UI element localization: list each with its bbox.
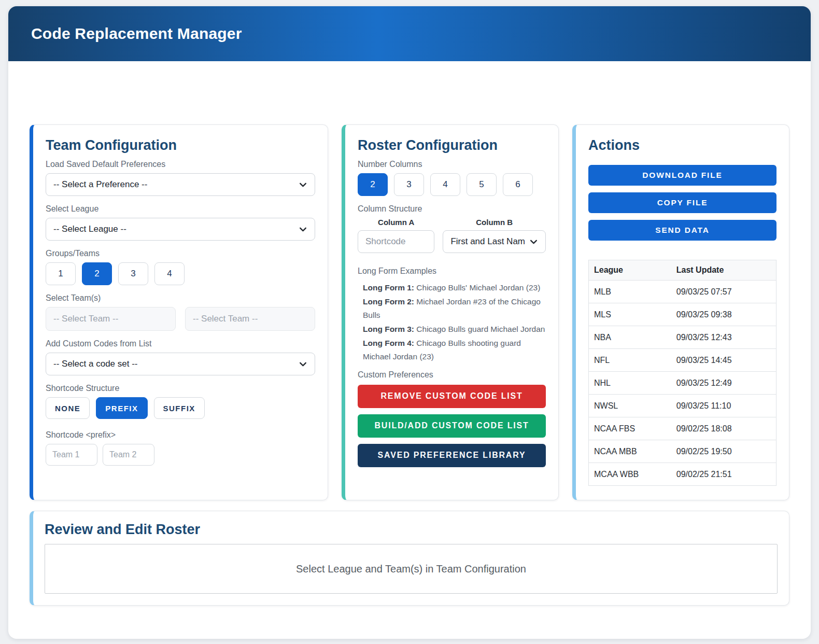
shortcode-structure-label: Shortcode Structure: [46, 384, 315, 393]
last-update-cell: 09/03/25 07:57: [671, 281, 776, 303]
last-update-cell: 09/03/25 11:10: [671, 395, 776, 417]
table-row: MLB09/03/25 07:57: [589, 281, 776, 303]
column-a-label: Column A: [358, 218, 434, 227]
long-form-example-4: Long Form 4: Chicago Bulls shooting guar…: [363, 337, 546, 364]
long-form-3-label: Long Form 3:: [363, 325, 414, 333]
team-1-select[interactable]: [46, 307, 176, 331]
columns-count-button-5[interactable]: 5: [467, 173, 497, 196]
team-configuration-panel: Team Configuration Load Saved Default Pr…: [30, 124, 328, 500]
groups-count-button-4[interactable]: 4: [154, 262, 185, 285]
team-configuration-title: Team Configuration: [46, 137, 315, 153]
roster-empty-state: Select League and Team(s) in Team Config…: [45, 544, 778, 594]
app-header: Code Replacement Manager: [8, 6, 811, 61]
groups-count-button-2-selected[interactable]: 2: [82, 262, 112, 285]
download-file-button[interactable]: DOWNLOAD FILE: [588, 165, 776, 186]
groups-count-button-3[interactable]: 3: [118, 262, 148, 285]
table-row: NCAA MBB09/02/25 19:50: [589, 440, 776, 463]
app-window: Code Replacement Manager Team Configurat…: [8, 6, 811, 639]
column-b-select[interactable]: First and Last Nam: [443, 230, 546, 253]
number-columns-label: Number Columns: [358, 160, 546, 169]
chevron-down-icon: [299, 360, 307, 369]
code-set-select-value: -- Select a code set --: [53, 359, 138, 369]
review-edit-roster-panel: Review and Edit Roster Select League and…: [30, 511, 789, 606]
copy-file-button[interactable]: COPY FILE: [588, 192, 776, 213]
last-update-column-header: Last Update: [671, 260, 776, 281]
table-row: NHL09/03/25 12:49: [589, 372, 776, 395]
league-cell: NCAA FBS: [589, 417, 671, 440]
structure-suffix-button[interactable]: SUFFIX: [154, 397, 205, 419]
last-update-cell: 09/03/25 14:45: [671, 349, 776, 372]
league-cell: NCAA MBB: [589, 440, 671, 463]
actions-title: Actions: [588, 137, 776, 153]
chevron-down-icon: [299, 180, 307, 189]
build-add-custom-code-list-button[interactable]: BUILD/ADD CUSTOM CODE LIST: [358, 414, 546, 438]
groups-count-button-1[interactable]: 1: [46, 262, 76, 285]
long-form-3-text: Chicago Bulls guard Michael Jordan: [416, 325, 545, 333]
prefix-team-2-input[interactable]: [103, 444, 154, 466]
columns-count-button-6[interactable]: 6: [503, 173, 533, 196]
groups-teams-label: Groups/Teams: [46, 249, 315, 258]
last-update-cell: 09/02/25 18:08: [671, 417, 776, 440]
roster-configuration-panel: Roster Configuration Number Columns 2 3 …: [342, 124, 559, 500]
table-header-row: League Last Update: [589, 260, 776, 281]
select-teams-label: Select Team(s): [46, 293, 315, 303]
shortcode-structure-button-group: NONE PREFIX SUFFIX: [46, 397, 315, 419]
structure-prefix-button-selected[interactable]: PREFIX: [96, 397, 147, 419]
team-selects-row: [46, 307, 315, 331]
table-row: NFL09/03/25 14:45: [589, 349, 776, 372]
column-structure-label: Column Structure: [358, 204, 546, 214]
send-data-button[interactable]: SEND DATA: [588, 220, 776, 241]
review-edit-roster-title: Review and Edit Roster: [45, 522, 778, 538]
roster-empty-message: Select League and Team(s) in Team Config…: [296, 563, 526, 575]
long-form-examples-list: Long Form 1: Chicago Bulls' Michael Jord…: [363, 281, 546, 364]
league-select[interactable]: -- Select League --: [46, 218, 315, 241]
column-a-input[interactable]: [358, 230, 434, 253]
config-cards-row: Team Configuration Load Saved Default Pr…: [30, 124, 789, 500]
table-row: NBA09/03/25 12:43: [589, 326, 776, 349]
remove-custom-code-list-button[interactable]: REMOVE CUSTOM CODE LIST: [358, 385, 546, 408]
number-columns-button-group: 2 3 4 5 6: [358, 173, 546, 196]
table-row: NCAA FBS09/02/25 18:08: [589, 417, 776, 440]
league-cell: NFL: [589, 349, 671, 372]
page-title: Code Replacement Manager: [31, 25, 242, 43]
league-cell: MLB: [589, 281, 671, 303]
prefix-inputs-row: [46, 444, 315, 466]
last-update-cell: 09/02/25 19:50: [671, 440, 776, 463]
table-row: NWSL09/03/25 11:10: [589, 395, 776, 417]
league-cell: MCAA WBB: [589, 463, 671, 486]
table-row: MCAA WBB09/02/25 21:51: [589, 463, 776, 486]
chevron-down-icon: [299, 225, 307, 234]
team-2-select[interactable]: [185, 307, 315, 331]
league-cell: NWSL: [589, 395, 671, 417]
custom-codes-label: Add Custom Codes from List: [46, 339, 315, 348]
saved-preference-library-button[interactable]: SAVED PREFERENCE LIBRARY: [358, 444, 546, 467]
league-cell: NBA: [589, 326, 671, 349]
last-update-cell: 09/03/25 09:38: [671, 303, 776, 326]
groups-teams-button-group: 1 2 3 4: [46, 262, 315, 285]
columns-count-button-3[interactable]: 3: [394, 173, 424, 196]
league-cell: MLS: [589, 303, 671, 326]
actions-panel: Actions DOWNLOAD FILE COPY FILE SEND DAT…: [572, 124, 789, 500]
long-form-example-2: Long Form 2: Michael Jordan #23 of the C…: [363, 295, 546, 323]
column-a-group: Column A: [358, 218, 434, 253]
league-cell: NHL: [589, 372, 671, 395]
chevron-down-icon: [529, 237, 538, 246]
preference-select[interactable]: -- Select a Preference --: [46, 173, 315, 196]
select-league-label: Select League: [46, 204, 315, 214]
prefix-team-1-input[interactable]: [46, 444, 97, 466]
last-update-cell: 09/02/25 21:51: [671, 463, 776, 486]
long-form-1-label: Long Form 1:: [363, 283, 414, 292]
column-b-label: Column B: [443, 218, 546, 227]
league-column-header: League: [589, 260, 671, 281]
preference-select-value: -- Select a Preference --: [53, 179, 147, 190]
league-select-value: -- Select League --: [53, 224, 126, 234]
columns-count-button-4[interactable]: 4: [430, 173, 460, 196]
column-b-group: Column B First and Last Nam: [443, 218, 546, 253]
long-form-examples-label: Long Form Examples: [358, 267, 546, 276]
main-content: Team Configuration Load Saved Default Pr…: [8, 61, 811, 606]
league-update-table: League Last Update MLB09/03/25 07:57 MLS…: [588, 260, 776, 486]
code-set-select[interactable]: -- Select a code set --: [46, 353, 315, 375]
custom-preferences-label: Custom Preferences: [358, 370, 546, 380]
columns-count-button-2-selected[interactable]: 2: [358, 173, 388, 196]
structure-none-button[interactable]: NONE: [46, 397, 90, 419]
